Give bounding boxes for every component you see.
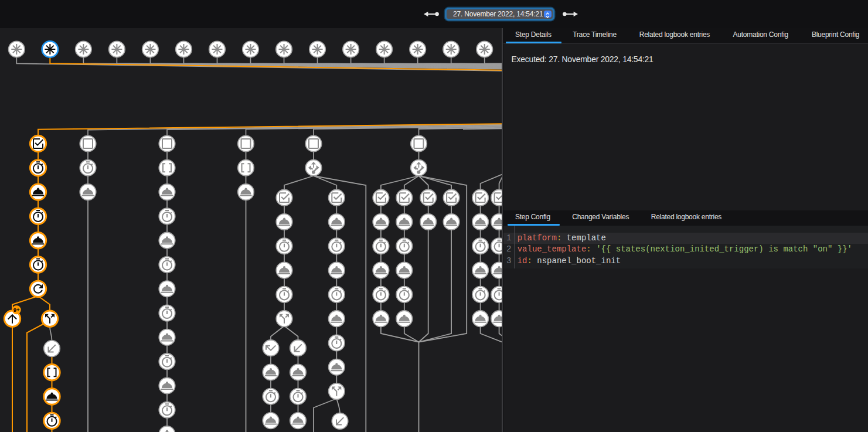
svg-text:9+: 9+ [13,307,20,313]
